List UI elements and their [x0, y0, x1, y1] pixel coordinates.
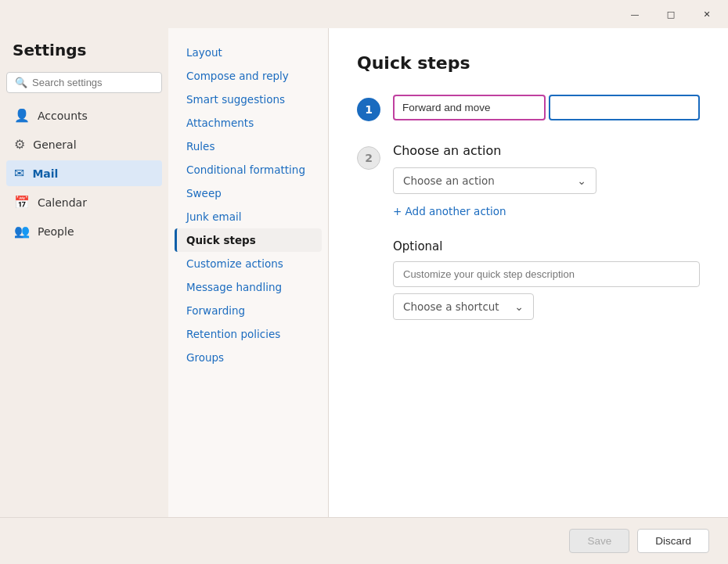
step2-label: Choose an action	[393, 143, 700, 158]
step1-content	[393, 95, 700, 120]
mid-nav-retention-policies[interactable]: Retention policies	[175, 322, 322, 346]
mid-nav-compose-reply[interactable]: Compose and reply	[175, 64, 322, 88]
mail-icon: ✉	[14, 166, 24, 181]
sidebar-item-people[interactable]: 👥 People	[6, 218, 162, 244]
mid-nav-smart-suggestions[interactable]: Smart suggestions	[175, 88, 322, 111]
search-input[interactable]	[32, 77, 153, 88]
discard-button[interactable]: Discard	[637, 529, 709, 553]
step1-inputs	[393, 95, 700, 120]
step2-content: Choose an action Choose an action + Add …	[393, 143, 700, 320]
sidebar-label-accounts: Accounts	[38, 110, 88, 122]
description-input[interactable]	[393, 261, 700, 287]
mid-nav-rules[interactable]: Rules	[175, 135, 322, 158]
main-content: Quick steps 1 2 Choose an action Choose …	[329, 28, 728, 564]
page-title: Quick steps	[357, 53, 700, 73]
close-button[interactable]: ✕	[689, 2, 725, 27]
mid-nav-attachments[interactable]: Attachments	[175, 111, 322, 135]
calendar-icon: 📅	[14, 195, 30, 210]
mid-nav-junk-email[interactable]: Junk email	[175, 205, 322, 228]
save-button: Save	[569, 529, 629, 553]
step2-number: 2	[357, 146, 380, 170]
optional-label: Optional	[393, 239, 700, 253]
sidebar-item-general[interactable]: ⚙ General	[6, 131, 162, 157]
sidebar-label-general: General	[33, 138, 76, 151]
maximize-button[interactable]: □	[653, 2, 689, 27]
mid-nav-quick-steps[interactable]: Quick steps	[175, 228, 322, 252]
mid-nav-conditional-formatting[interactable]: Conditional formatting	[175, 158, 322, 181]
step2-row: 2 Choose an action Choose an action + Ad…	[357, 143, 700, 320]
shortcut-dropdown-label: Choose a shortcut	[403, 300, 499, 313]
quick-step-shortcut-input[interactable]	[549, 95, 700, 120]
action-dropdown-label: Choose an action	[403, 174, 495, 187]
mid-nav-customize-actions[interactable]: Customize actions	[175, 252, 322, 275]
mid-nav-layout[interactable]: Layout	[175, 41, 322, 64]
shortcut-dropdown[interactable]: Choose a shortcut	[393, 293, 534, 320]
titlebar: — □ ✕	[0, 0, 728, 28]
chevron-down-icon	[577, 174, 586, 187]
quick-step-name-input[interactable]	[393, 95, 546, 120]
mid-nav-groups[interactable]: Groups	[175, 346, 322, 369]
sidebar-mid: Layout Compose and reply Smart suggestio…	[168, 28, 329, 564]
content-area: Settings 🔍 👤 Accounts ⚙ General ✉ Mail 📅…	[0, 28, 728, 564]
sidebar-item-calendar[interactable]: 📅 Calendar	[6, 189, 162, 215]
action-dropdown[interactable]: Choose an action	[393, 167, 596, 194]
sidebar-left: Settings 🔍 👤 Accounts ⚙ General ✉ Mail 📅…	[0, 28, 168, 564]
accounts-icon: 👤	[14, 108, 30, 123]
sidebar-label-mail: Mail	[32, 167, 58, 180]
search-box[interactable]: 🔍	[6, 72, 162, 93]
sidebar-item-accounts[interactable]: 👤 Accounts	[6, 102, 162, 128]
mid-nav-sweep[interactable]: Sweep	[175, 181, 322, 205]
add-action-label: + Add another action	[393, 205, 506, 217]
sidebar-label-people: People	[38, 225, 74, 238]
app-title: Settings	[6, 41, 162, 69]
add-action-button[interactable]: + Add another action	[393, 202, 700, 221]
step1-row: 1	[357, 95, 700, 121]
mid-nav-forwarding[interactable]: Forwarding	[175, 299, 322, 322]
search-icon: 🔍	[15, 77, 27, 88]
bottom-bar: Save Discard	[0, 517, 728, 564]
sidebar-label-calendar: Calendar	[38, 196, 87, 209]
sidebar-item-mail[interactable]: ✉ Mail	[6, 160, 162, 186]
step1-number: 1	[357, 98, 380, 121]
people-icon: 👥	[14, 224, 30, 239]
shortcut-chevron-icon	[514, 300, 524, 313]
general-icon: ⚙	[14, 137, 25, 152]
mid-nav-message-handling[interactable]: Message handling	[175, 275, 322, 299]
minimize-button[interactable]: —	[617, 2, 653, 27]
